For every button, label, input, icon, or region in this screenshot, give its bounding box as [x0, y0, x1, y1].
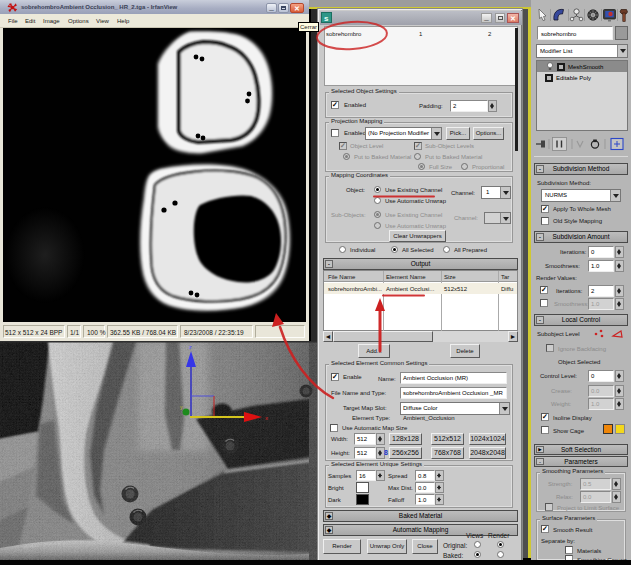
svg-text:z: z — [189, 344, 192, 350]
svg-text:y: y — [180, 404, 183, 410]
svg-text:x: x — [265, 415, 268, 421]
